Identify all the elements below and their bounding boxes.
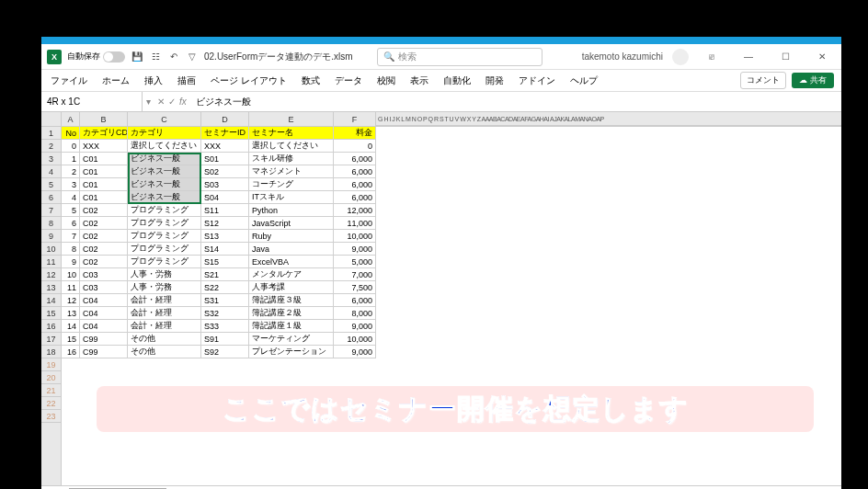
cell[interactable]: 0 [62,140,80,153]
cell[interactable]: C02 [80,256,128,268]
row-header[interactable]: 7 [41,204,61,217]
cell[interactable]: 9,000 [334,346,376,358]
header-cell[interactable]: 料金 [334,127,376,140]
avatar[interactable] [672,49,689,65]
cell[interactable]: S12 [201,217,249,230]
cell[interactable]: マーケティング [249,333,334,346]
cell[interactable]: S22 [201,281,249,294]
cell[interactable]: S01 [201,153,249,165]
qat-icon[interactable]: ☷ [149,51,162,63]
row-header[interactable]: 16 [41,320,61,333]
cell[interactable]: S15 [201,256,249,268]
cell[interactable]: C01 [80,178,128,191]
tab-insert[interactable]: 挿入 [143,71,165,91]
cell[interactable]: XXX [201,140,249,153]
autosave-toggle[interactable]: 自動保存 [67,51,125,63]
row-header[interactable]: 12 [41,268,61,281]
row-header[interactable]: 5 [41,178,61,191]
tab-help[interactable]: ヘルプ [568,71,600,91]
tab-data[interactable]: データ [333,71,364,91]
cell[interactable]: C02 [80,217,128,230]
cell[interactable]: S91 [201,333,249,346]
header-cell[interactable]: No [62,127,80,140]
header-cell[interactable]: セミナーID [201,127,249,140]
cell[interactable]: 会計・経理 [128,320,201,333]
cell[interactable]: 16 [62,346,80,358]
cell[interactable]: S92 [201,346,249,358]
tab-developer[interactable]: 開発 [484,71,506,91]
row-header[interactable]: 18 [41,346,61,358]
cell[interactable]: 選択してください [128,140,201,153]
cell[interactable]: プログラミング [128,243,201,256]
tab-home[interactable]: ホーム [100,71,131,91]
cell[interactable]: 7,500 [334,281,376,294]
fx-icon[interactable]: fx [179,97,187,107]
cell[interactable]: C01 [80,153,128,165]
formula-input[interactable]: ビジネス一般 [190,96,841,108]
minimize-button[interactable]: — [735,48,762,66]
cell[interactable]: プレゼンテーション [249,346,334,358]
cell[interactable]: ビジネス一般 [128,153,201,165]
cell[interactable]: C99 [80,333,128,346]
row-header[interactable]: 20 [41,371,61,384]
row-header[interactable]: 13 [41,281,61,294]
cell[interactable]: マネジメント [249,165,334,178]
share-button[interactable]: ☁ 共有 [792,73,834,88]
col-header[interactable]: B [80,112,128,126]
cell[interactable]: 14 [62,320,80,333]
cell[interactable]: 11,000 [334,217,376,230]
row-header[interactable]: 19 [41,358,61,371]
cell[interactable]: 8 [62,243,80,256]
cell[interactable]: S03 [201,178,249,191]
col-header[interactable]: D [201,112,249,126]
account-name[interactable]: takemoto kazumichi [582,51,663,62]
cell[interactable]: 12,000 [334,204,376,217]
row-header[interactable]: 6 [41,191,61,204]
close-button[interactable]: ✕ [808,48,836,66]
col-headers-extra[interactable]: G H I J K L M N O P Q R S T U V W X Y Z … [376,112,841,126]
cell[interactable]: C01 [80,191,128,204]
enter-icon[interactable]: ✓ [168,97,176,107]
comments-button[interactable]: コメント [740,72,786,89]
tab-automate[interactable]: 自動化 [441,71,473,91]
cell[interactable]: メンタルケア [249,268,334,281]
row-header[interactable]: 4 [41,165,61,178]
cell[interactable]: ビジネス一般 [128,191,201,204]
cell[interactable]: 人事考課 [249,281,334,294]
row-header[interactable]: 8 [41,217,61,230]
row-header[interactable]: 1 [41,127,61,140]
cell[interactable]: S11 [201,204,249,217]
select-all-corner[interactable] [41,112,62,127]
row-header[interactable]: 21 [41,384,61,397]
cell[interactable]: XXX [80,140,128,153]
cell[interactable]: プログラミング [128,204,201,217]
row-header[interactable]: 9 [41,230,61,243]
cell[interactable]: 9,000 [334,243,376,256]
cell[interactable]: S21 [201,268,249,281]
cell[interactable]: 6,000 [334,165,376,178]
cell[interactable]: 簿記講座３級 [249,294,334,307]
row-header[interactable]: 15 [41,307,61,320]
cell[interactable]: C99 [80,346,128,358]
cell[interactable]: ビジネス一般 [128,178,201,191]
cell[interactable]: 1 [62,153,80,165]
cell[interactable]: C04 [80,307,128,320]
tab-formulas[interactable]: 数式 [300,71,322,91]
cell[interactable]: 2 [62,165,80,178]
cell[interactable]: 9 [62,256,80,268]
cell[interactable]: 6,000 [334,294,376,307]
cell[interactable]: 15 [62,333,80,346]
cell[interactable]: 11 [62,281,80,294]
row-header[interactable]: 14 [41,294,61,307]
col-header[interactable]: C [128,112,201,126]
cell[interactable]: 13 [62,307,80,320]
cell[interactable]: S32 [201,307,249,320]
cell[interactable]: 4 [62,191,80,204]
maximize-button[interactable]: ☐ [771,48,799,66]
cell[interactable]: 人事・労務 [128,281,201,294]
cell[interactable]: C02 [80,204,128,217]
cell[interactable]: ExcelVBA [249,256,334,268]
tab-addins[interactable]: アドイン [517,71,557,91]
cell[interactable]: 10 [62,268,80,281]
cell[interactable]: S02 [201,165,249,178]
